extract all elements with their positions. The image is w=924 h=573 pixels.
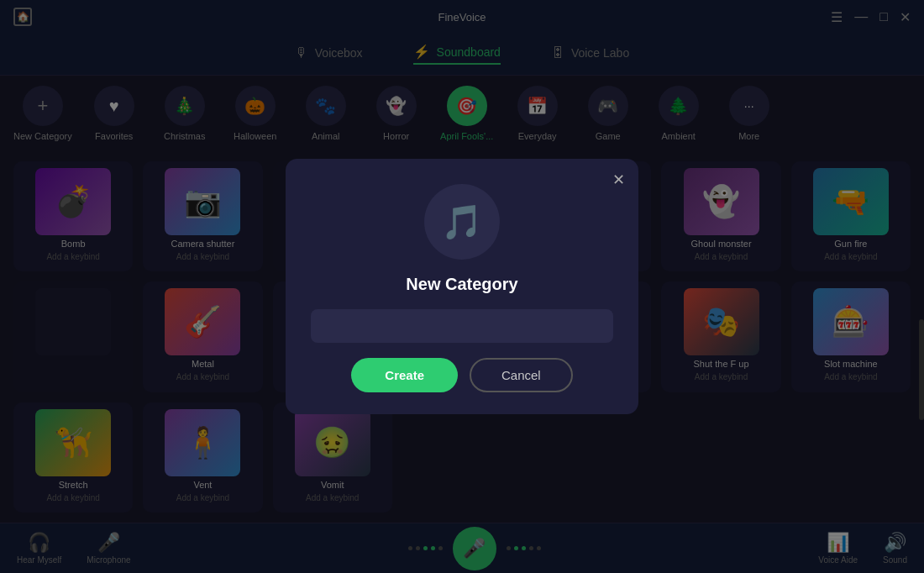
modal-icon: 🎵 xyxy=(424,184,500,260)
modal-music-icon: 🎵 xyxy=(441,202,483,242)
modal-title: New Category xyxy=(406,275,517,294)
new-category-modal: ✕ 🎵 New Category Create Cancel xyxy=(286,159,638,414)
modal-actions: Create Cancel xyxy=(311,358,613,392)
modal-close-button[interactable]: ✕ xyxy=(612,171,625,189)
modal-create-button[interactable]: Create xyxy=(351,358,458,392)
modal-cancel-button[interactable]: Cancel xyxy=(470,358,573,392)
modal-category-input[interactable] xyxy=(311,309,613,343)
modal-backdrop: ✕ 🎵 New Category Create Cancel xyxy=(0,0,924,573)
